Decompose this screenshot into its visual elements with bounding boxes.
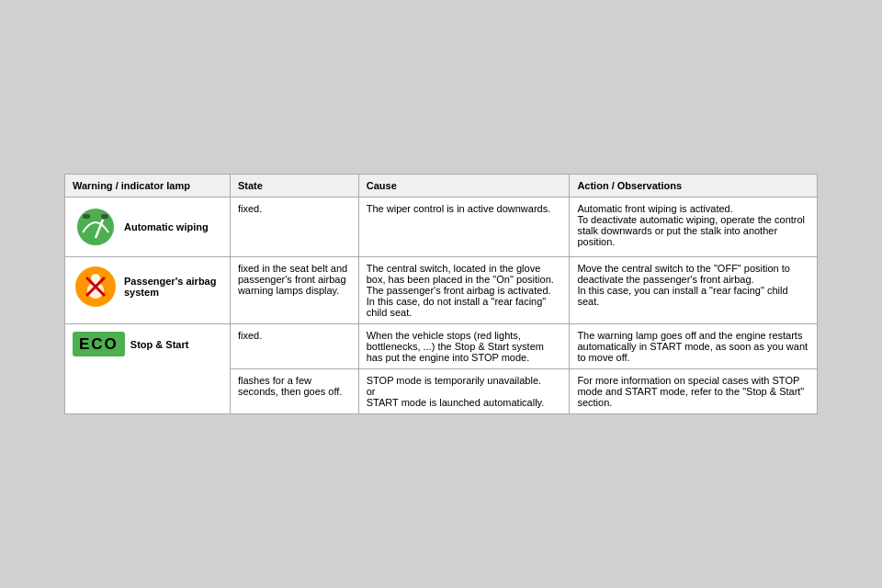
- state-text: fixed.: [238, 203, 262, 214]
- action-text: Automatic front wiping is activated.To d…: [577, 203, 805, 247]
- warning-table: Warning / indicator lamp State Cause Act…: [64, 174, 818, 414]
- cause-text: STOP mode is temporarily unavailable.orS…: [367, 375, 545, 408]
- table-row: ECO Stop & Start fixed.When the vehicle …: [65, 324, 818, 369]
- action-text: For more information on special cases wi…: [577, 375, 804, 408]
- action-cell: For more information on special cases wi…: [570, 369, 818, 414]
- lamp-label: Passenger's airbag system: [124, 276, 222, 298]
- action-text: Move the central switch to the "OFF" pos…: [577, 263, 790, 307]
- state-text: fixed.: [238, 330, 262, 341]
- cause-text: When the vehicle stops (red lights, bott…: [367, 330, 544, 363]
- col-header-lamp: Warning / indicator lamp: [65, 175, 231, 198]
- svg-rect-3: [101, 214, 108, 219]
- action-text: The warning lamp goes off and the engine…: [577, 330, 808, 363]
- state-cell: fixed in the seat belt and passenger's f…: [230, 257, 358, 324]
- cause-cell: The wiper control is in active downwards…: [358, 198, 570, 257]
- cause-cell: STOP mode is temporarily unavailable.orS…: [358, 369, 570, 414]
- eco-icon: ECO: [73, 332, 125, 356]
- state-cell: flashes for a few seconds, then goes off…: [230, 369, 358, 414]
- lamp-cell: Automatic wiping: [65, 198, 231, 257]
- col-header-cause: Cause: [358, 175, 570, 198]
- lamp-combined: Passenger's airbag system: [73, 265, 222, 309]
- action-cell: Automatic front wiping is activated.To d…: [570, 198, 818, 257]
- lamp-icon-wrap: [73, 265, 119, 309]
- state-cell: fixed.: [230, 324, 358, 369]
- state-text: fixed in the seat belt and passenger's f…: [238, 263, 347, 296]
- lamp-cell: ECO Stop & Start: [65, 324, 231, 414]
- lamp-label: Automatic wiping: [124, 221, 222, 232]
- lamp-icon-wrap: [73, 205, 119, 249]
- lamp-combined: Automatic wiping: [73, 205, 222, 249]
- svg-point-0: [77, 209, 114, 245]
- lamp-cell: Passenger's airbag system: [65, 257, 231, 324]
- wiper-icon: [74, 205, 118, 249]
- table-header-row: Warning / indicator lamp State Cause Act…: [65, 175, 818, 198]
- cause-text: The central switch, located in the glove…: [367, 263, 554, 318]
- state-cell: fixed.: [230, 198, 358, 257]
- lamp-label: Stop & Start: [130, 339, 222, 350]
- lamp-combined: ECO Stop & Start: [73, 332, 222, 356]
- cause-cell: The central switch, located in the glove…: [358, 257, 570, 324]
- action-cell: The warning lamp goes off and the engine…: [570, 324, 818, 369]
- cause-text: The wiper control is in active downwards…: [367, 203, 551, 214]
- col-header-action: Action / Observations: [570, 175, 818, 198]
- action-cell: Move the central switch to the "OFF" pos…: [570, 257, 818, 324]
- state-text: flashes for a few seconds, then goes off…: [238, 375, 343, 397]
- cause-cell: When the vehicle stops (red lights, bott…: [358, 324, 570, 369]
- lamp-icon-wrap: ECO: [73, 332, 125, 356]
- table-row: Automatic wiping fixed.The wiper control…: [65, 198, 818, 257]
- table-row: Passenger's airbag system fixed in the s…: [65, 257, 818, 324]
- page-wrapper: Warning / indicator lamp State Cause Act…: [64, 174, 818, 414]
- col-header-state: State: [230, 175, 358, 198]
- svg-rect-2: [83, 214, 90, 219]
- airbag-icon: [74, 265, 118, 309]
